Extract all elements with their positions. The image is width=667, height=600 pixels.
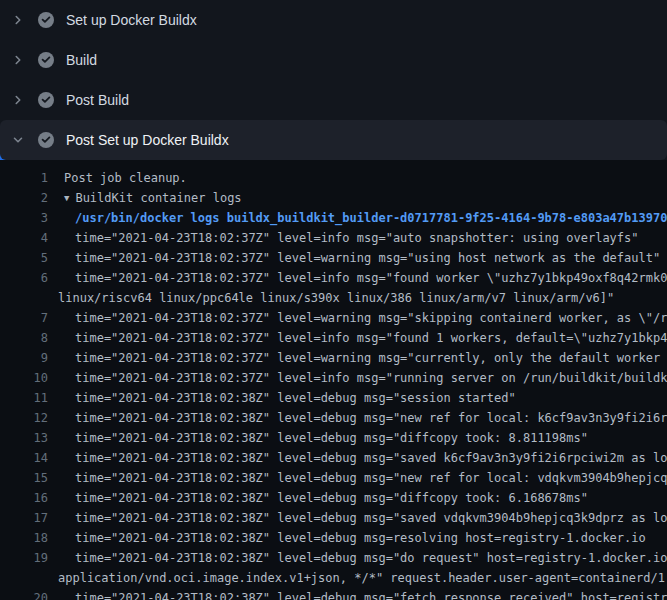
log-line: 11 time="2021-04-23T18:02:38Z" level=deb… xyxy=(0,388,667,408)
log-line: 1 Post job cleanup. xyxy=(0,168,667,188)
log-line: 14 time="2021-04-23T18:02:38Z" level=deb… xyxy=(0,448,667,468)
log-text: time="2021-04-23T18:02:37Z" level=info m… xyxy=(48,368,667,388)
log-line: 20 time="2021-04-23T18:02:38Z" level=deb… xyxy=(0,588,667,600)
line-number[interactable]: 7 xyxy=(0,308,48,328)
steps-list: Set up Docker Buildx Build Post Build xyxy=(0,0,667,160)
line-number[interactable]: 3 xyxy=(0,208,48,228)
line-number[interactable]: 4 xyxy=(0,228,48,248)
step-header[interactable]: Post Set up Docker Buildx xyxy=(0,120,667,160)
log-line: 18 time="2021-04-23T18:02:38Z" level=deb… xyxy=(0,528,667,548)
line-number[interactable]: 1 xyxy=(0,168,48,188)
line-number[interactable]: 5 xyxy=(0,248,48,268)
log-output[interactable]: 1 Post job cleanup. 2 ▼BuildKit containe… xyxy=(0,160,667,600)
check-circle-icon xyxy=(38,132,54,148)
log-line: 8 time="2021-04-23T18:02:37Z" level=info… xyxy=(0,328,667,348)
log-text: time="2021-04-23T18:02:38Z" level=debug … xyxy=(48,548,667,568)
step-title: Build xyxy=(66,52,97,68)
line-number[interactable]: 16 xyxy=(0,488,48,508)
line-number[interactable]: 13 xyxy=(0,428,48,448)
step-header[interactable]: Post Build xyxy=(0,80,667,120)
log-text: time="2021-04-23T18:02:37Z" level=info m… xyxy=(48,328,667,348)
log-text: time="2021-04-23T18:02:37Z" level=warnin… xyxy=(48,248,667,268)
line-number[interactable]: 8 xyxy=(0,328,48,348)
log-text: time="2021-04-23T18:02:38Z" level=debug … xyxy=(48,448,667,468)
log-text: time="2021-04-23T18:02:38Z" level=debug … xyxy=(48,388,667,408)
log-text: time="2021-04-23T18:02:37Z" level=warnin… xyxy=(48,348,667,368)
line-number[interactable]: 17 xyxy=(0,508,48,528)
log-line: 2 ▼BuildKit container logs xyxy=(0,188,667,208)
check-circle-icon xyxy=(38,52,54,68)
log-line: linux/riscv64 linux/ppc64le linux/s390x … xyxy=(0,288,667,308)
step-header[interactable]: Set up Docker Buildx xyxy=(0,0,667,40)
line-number[interactable]: 12 xyxy=(0,408,48,428)
chevron-down-icon xyxy=(10,132,26,148)
log-line: 7 time="2021-04-23T18:02:37Z" level=warn… xyxy=(0,308,667,328)
group-toggle-icon[interactable]: ▼ xyxy=(64,188,69,208)
log-line: 3 /usr/bin/docker logs buildx_buildkit_b… xyxy=(0,208,667,228)
log-line: 10 time="2021-04-23T18:02:37Z" level=inf… xyxy=(0,368,667,388)
check-circle-icon xyxy=(38,12,54,28)
line-number[interactable]: 15 xyxy=(0,468,48,488)
line-number[interactable]: 2 xyxy=(0,188,48,208)
chevron-right-icon xyxy=(10,92,26,108)
line-number[interactable]: 18 xyxy=(0,528,48,548)
line-number[interactable]: 11 xyxy=(0,388,48,408)
chevron-right-icon xyxy=(10,52,26,68)
log-line: 16 time="2021-04-23T18:02:38Z" level=deb… xyxy=(0,488,667,508)
actions-log-viewer: Set up Docker Buildx Build Post Build xyxy=(0,0,667,600)
line-number[interactable]: 14 xyxy=(0,448,48,468)
log-text: linux/riscv64 linux/ppc64le linux/s390x … xyxy=(48,288,667,308)
line-number[interactable]: 10 xyxy=(0,368,48,388)
log-text: time="2021-04-23T18:02:37Z" level=info m… xyxy=(48,228,667,248)
log-text: time="2021-04-23T18:02:38Z" level=debug … xyxy=(48,508,667,528)
log-text: time="2021-04-23T18:02:38Z" level=debug … xyxy=(48,588,667,600)
check-circle-icon xyxy=(38,92,54,108)
log-text: time="2021-04-23T18:02:37Z" level=warnin… xyxy=(48,308,667,328)
step-title: Set up Docker Buildx xyxy=(66,12,197,28)
log-text: /usr/bin/docker logs buildx_buildkit_bui… xyxy=(48,208,667,228)
log-text: time="2021-04-23T18:02:38Z" level=debug … xyxy=(48,428,667,448)
line-number[interactable]: 6 xyxy=(0,268,48,288)
log-text: time="2021-04-23T18:02:37Z" level=info m… xyxy=(48,268,667,288)
log-text: time="2021-04-23T18:02:38Z" level=debug … xyxy=(48,488,667,508)
line-number[interactable] xyxy=(0,568,48,588)
line-number[interactable]: 9 xyxy=(0,348,48,368)
log-line: 13 time="2021-04-23T18:02:38Z" level=deb… xyxy=(0,428,667,448)
step-header[interactable]: Build xyxy=(0,40,667,80)
line-number[interactable]: 19 xyxy=(0,548,48,568)
log-text: time="2021-04-23T18:02:38Z" level=debug … xyxy=(48,408,667,428)
log-text: Post job cleanup. xyxy=(48,168,667,188)
log-line: 6 time="2021-04-23T18:02:37Z" level=info… xyxy=(0,268,667,288)
log-line: 17 time="2021-04-23T18:02:38Z" level=deb… xyxy=(0,508,667,528)
step-title: Post Build xyxy=(66,92,129,108)
log-text: application/vnd.oci.image.index.v1+json,… xyxy=(48,568,667,588)
line-number[interactable]: 20 xyxy=(0,588,48,600)
log-line: 15 time="2021-04-23T18:02:38Z" level=deb… xyxy=(0,468,667,488)
log-text: time="2021-04-23T18:02:38Z" level=debug … xyxy=(48,468,667,488)
chevron-right-icon xyxy=(10,12,26,28)
log-text: time="2021-04-23T18:02:38Z" level=debug … xyxy=(48,528,667,548)
log-line: 12 time="2021-04-23T18:02:38Z" level=deb… xyxy=(0,408,667,428)
line-number[interactable] xyxy=(0,288,48,308)
log-line: 9 time="2021-04-23T18:02:37Z" level=warn… xyxy=(0,348,667,368)
log-line: 4 time="2021-04-23T18:02:37Z" level=info… xyxy=(0,228,667,248)
log-text: ▼BuildKit container logs xyxy=(48,188,667,208)
log-line: 19 time="2021-04-23T18:02:38Z" level=deb… xyxy=(0,548,667,568)
log-line: 5 time="2021-04-23T18:02:37Z" level=warn… xyxy=(0,248,667,268)
log-line: application/vnd.oci.image.index.v1+json,… xyxy=(0,568,667,588)
step-title: Post Set up Docker Buildx xyxy=(66,132,229,148)
